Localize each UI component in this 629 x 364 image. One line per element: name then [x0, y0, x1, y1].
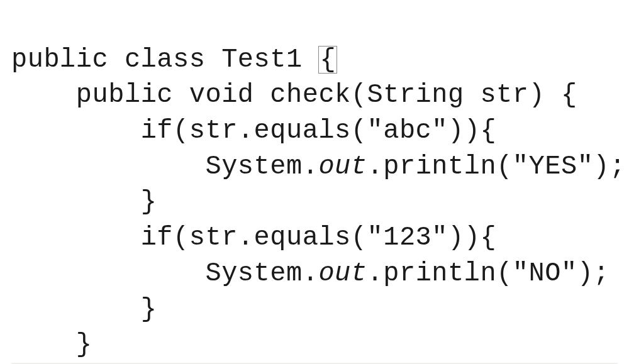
- brace-highlight: {: [318, 46, 337, 74]
- code-line-6: if(str.equals("123")){: [11, 223, 496, 253]
- code-line-9: }: [11, 329, 92, 360]
- code-line-3: if(str.equals("abc")){: [11, 116, 496, 146]
- code-line-7: System.out.println("NO");: [11, 258, 610, 289]
- out-field: out: [318, 152, 367, 182]
- code-line-5: }: [11, 187, 157, 217]
- code-line-4: System.out.println("YES");: [11, 152, 626, 182]
- code-line-2: public void check(String str) {: [11, 80, 577, 110]
- out-field: out: [318, 258, 367, 289]
- code-line-8: }: [11, 294, 157, 324]
- java-code-snippet: public class Test1 { public void check(S…: [11, 6, 618, 364]
- code-line-1: public class Test1 {: [11, 45, 337, 75]
